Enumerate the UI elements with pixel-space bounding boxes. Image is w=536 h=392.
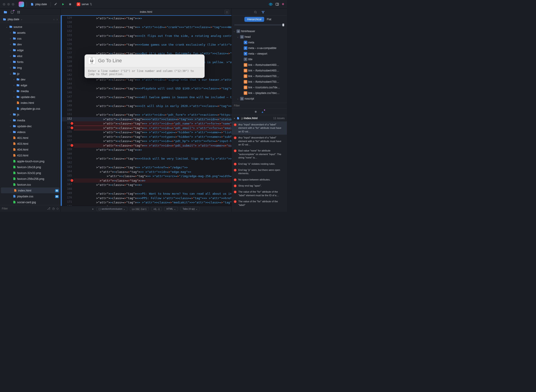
code-line[interactable]: >"attr">>class>=>"tag">>>>It will ship i… xyxy=(74,104,231,108)
issue-item[interactable]: !Any "input" descendant of a "label" ele… xyxy=(232,135,287,148)
right-panel-toggle[interactable] xyxy=(275,2,279,6)
tree-item[interactable]: index.html xyxy=(0,100,61,106)
tree-item[interactable]: ›css xyxy=(0,36,61,41)
dom-item[interactable]: ⬡link – /fonts/roobert/400… xyxy=(232,68,287,73)
disclosure-icon[interactable]: ⌄ xyxy=(237,36,239,38)
tree-item[interactable]: ›edge xyxy=(0,47,61,53)
disclosure-icon[interactable]: › xyxy=(9,113,12,116)
tree-item[interactable]: ›videos xyxy=(0,129,61,135)
disclosure-icon[interactable]: › xyxy=(13,78,15,81)
stop-button[interactable] xyxy=(68,2,73,7)
disclosure-icon[interactable]: › xyxy=(13,90,15,92)
disclosure-icon[interactable]: › xyxy=(9,119,12,121)
dom-item[interactable]: ⬡link – /fonts/roobert/700… xyxy=(232,73,287,79)
file-filter-input[interactable] xyxy=(2,207,45,210)
warnings-icon[interactable]: ▲ xyxy=(261,110,264,113)
disclosure-icon[interactable]: › xyxy=(9,66,12,69)
issue-item[interactable]: !The value of the "for" attribute of the… xyxy=(232,198,287,208)
tree-item[interactable]: ›assets xyxy=(0,30,61,36)
editor-body[interactable]: 1291301311321331341351361371381391401411… xyxy=(61,16,231,206)
error-gutter-icon[interactable] xyxy=(71,126,73,129)
issue-item[interactable]: !No space between attributes. xyxy=(232,177,287,183)
goto-line-input[interactable] xyxy=(98,58,201,64)
code-line[interactable]: >"attr">>class>=>"tag">>> >"attr">>id>=>… xyxy=(74,121,231,126)
code-line[interactable] xyxy=(74,100,231,104)
editor-tab-title[interactable]: index.html xyxy=(140,10,152,14)
tree-item[interactable]: index.htmlM xyxy=(1,187,60,193)
dom-item[interactable]: ⬡link – /fonts/roobert/400… xyxy=(232,62,287,68)
dom-item[interactable]: #meta – x-ua-compatible xyxy=(232,45,287,51)
disclosure-icon[interactable]: › xyxy=(9,43,12,46)
disclosure-icon[interactable]: ⌄ xyxy=(5,26,8,28)
disclosure-icon[interactable]: › xyxy=(9,61,12,63)
code-line[interactable] xyxy=(74,108,231,113)
tree-item[interactable]: 401.html xyxy=(0,135,61,141)
tree-item[interactable]: ›edge xyxy=(0,82,61,88)
code-line[interactable]: >"attr">>class>=>"tag">>> >"attr">>type>… xyxy=(74,135,231,139)
dom-item[interactable]: #meta – viewport xyxy=(232,51,287,56)
code-line[interactable]: >"attr">>class>=>"tag">>>> xyxy=(74,16,231,21)
issue-item[interactable]: !Stray end tag "span". xyxy=(232,183,287,189)
disclosure-icon[interactable]: › xyxy=(13,96,15,98)
status-position[interactable]: Ln 152, Col 1 xyxy=(130,207,149,211)
tab-hierarchical[interactable]: Hierarchical xyxy=(244,17,264,22)
tree-item[interactable]: ›img xyxy=(0,65,61,70)
code-line[interactable]: >"attr">>class>=>"tag">>> >"attr">>id>=>… xyxy=(74,170,231,174)
zoom-window[interactable] xyxy=(12,3,14,6)
code-line[interactable]: >"attr">>class>=>"tag">>> >"attr">>type>… xyxy=(74,130,231,135)
tab-flat[interactable]: Flat xyxy=(264,17,274,22)
code-line[interactable]: >"attr">>class>=>"tag">>>>Some games use… xyxy=(74,42,231,47)
search-icon[interactable] xyxy=(254,11,257,14)
code-line[interactable]: >"attr">>class>=>"tag">>>> xyxy=(74,205,231,206)
nav-forward-icon[interactable]: › xyxy=(57,18,58,21)
status-breadcrumb[interactable]: ▢ section#conclusion ⌄ xyxy=(96,207,127,211)
status-lang[interactable]: HTML ⌄ xyxy=(164,207,178,211)
tree-item[interactable]: 410.html xyxy=(0,152,61,158)
preview-icon[interactable] xyxy=(269,2,273,6)
code-line[interactable] xyxy=(74,38,231,43)
issue-item[interactable]: !Any "input" descendant of a "label" ele… xyxy=(232,121,287,135)
status-offset[interactable]: +0, -1 xyxy=(151,207,162,211)
dom-tree[interactable]: ⌄◇html#teaser⌄◇head#meta#meta – x-ua-com… xyxy=(232,27,287,103)
disclosure-icon[interactable]: › xyxy=(13,84,15,87)
code-line[interactable] xyxy=(74,91,231,95)
split-editor-icon[interactable]: ◫ xyxy=(225,10,229,14)
tree-item[interactable]: apple-touch-icon.png xyxy=(0,158,61,164)
code-line[interactable] xyxy=(74,161,231,165)
tree-item[interactable]: social-card.jpg xyxy=(0,199,61,205)
files-nav-icon[interactable] xyxy=(4,10,7,14)
disclosure-icon[interactable]: › xyxy=(9,125,12,127)
code-line[interactable]: >"attr">>class>=>"tag">>> >"attr">>id>=>… xyxy=(74,126,231,130)
issue-item[interactable]: !Bad value "none" for attribute "autocom… xyxy=(232,148,287,161)
file-tree[interactable]: ⌄source›assets›css›dev›edge›elist›fonts›… xyxy=(0,23,61,205)
code-line[interactable]: >"attr">>class>=>"tag">>> >"attr">>src>=… xyxy=(74,174,231,178)
tree-item[interactable]: ›js xyxy=(0,112,61,117)
code-line[interactable]: >"attr">>class>=>"tag">>>>Playdate will … xyxy=(74,86,231,91)
disclosure-icon[interactable]: › xyxy=(9,131,12,133)
tree-item[interactable]: ›update-dec xyxy=(0,94,61,100)
code-line[interactable]: >"attr">>class>=>"tag">>>> xyxy=(74,148,231,152)
dom-item[interactable]: #meta xyxy=(232,40,287,45)
code-line[interactable]: >"attr">>class>=>"tag">>>>It flips out f… xyxy=(74,34,231,38)
code-line[interactable] xyxy=(74,47,231,51)
close-window[interactable] xyxy=(3,3,5,6)
error-gutter-icon[interactable] xyxy=(71,179,73,182)
disclosure-icon[interactable]: › xyxy=(9,32,12,34)
code-line[interactable] xyxy=(74,82,231,87)
tree-item[interactable]: ›update-dec xyxy=(0,123,61,129)
tree-item[interactable]: ⌄source xyxy=(0,24,61,30)
tree-item[interactable]: favicon-32x32.png xyxy=(0,170,61,176)
code-line[interactable]: >"attr">>class>=>"tag">>> >"attr">>id>=>… xyxy=(74,139,231,143)
disclosure-icon[interactable]: ⌄ xyxy=(9,72,12,75)
dom-item[interactable]: ⬡link – /css/colors.css?de… xyxy=(232,84,287,90)
structure-icon[interactable] xyxy=(262,11,265,14)
disclosure-icon[interactable]: ⌄ xyxy=(237,98,239,100)
dom-item[interactable]: ⬡link – /playdate.css?dec… xyxy=(232,90,287,96)
code-line[interactable]: >"attr">>class>=>"tag">>>>PS: Want to kn… xyxy=(74,191,231,196)
code-line[interactable]: >"attr">>class>=>"tag">>>> xyxy=(74,183,231,187)
chevron-updown-icon[interactable]: ⇅ xyxy=(90,2,92,6)
dom-item[interactable]: ⬡link – /fonts/roobert/700… xyxy=(232,79,287,84)
code-line[interactable]: >"attr">>class>=>"tag">>>> xyxy=(74,178,231,183)
code-line[interactable] xyxy=(74,152,231,157)
code-line[interactable]: >"attr">>class>=>"tag">>> >"attr">>class… xyxy=(74,200,231,205)
